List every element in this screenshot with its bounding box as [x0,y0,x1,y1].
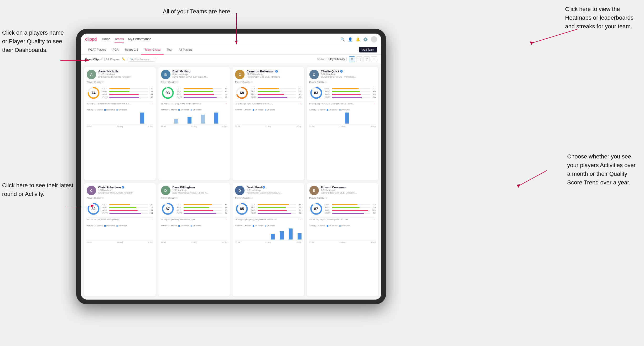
verified-badge: ✓ [340,70,343,73]
user-avatar[interactable] [371,36,377,42]
quality-ring[interactable]: 87 [161,202,175,216]
player-info: David Ford ✓ 1-5 Handicap Royal North De… [247,186,302,194]
latest-round[interactable]: 02 Sep 23 | Sunset round to get back int… [87,101,153,106]
player-name[interactable]: Charlie Quick ✓ [321,70,376,73]
subnav-team-clippd[interactable]: Team Clippd [141,45,164,55]
quality-section[interactable]: 93 OTT 84 APP 85 [161,86,227,100]
edit-icon[interactable]: ✏️ [122,57,125,61]
subnav-pgat[interactable]: PGAT Players [85,45,110,55]
add-team-button[interactable]: Add Team [359,47,377,52]
player-name[interactable]: Edward Crossman [321,186,376,189]
round-arrow[interactable]: → [373,218,376,221]
quality-section[interactable]: 85 OTT 89 APP 80 [235,202,302,216]
subnav-all-players[interactable]: All Players [176,45,196,55]
activity-chart [235,228,302,241]
quality-ring[interactable]: 93 [161,86,175,100]
quality-section[interactable]: 68 OTT 61 APP 63 [235,86,302,100]
latest-round[interactable]: 02 Jul 23 | 59 (+17), Craigmillar Park G… [235,101,302,106]
legend-off-course: Off course [191,225,201,227]
latest-round[interactable]: 26 Aug 23 | 84 (+12), Royal North Devon … [235,217,302,222]
latest-round[interactable]: 04 Sep 23 | Mobility with coach, Gym → [161,217,227,222]
quality-ring[interactable]: 87 [309,202,323,216]
player-card[interactable]: A Aaron Nicholls 11-15 Handicap Drift Go… [84,67,156,180]
stat-label-app: APP [251,206,257,209]
annotation-left-top: Click on a players name or Player Qualit… [2,28,64,54]
quality-ring[interactable]: 74 [87,86,100,100]
player-avatar: B [161,70,170,79]
player-count: | 14 Players [104,58,120,61]
stat-value-ott: 60 [149,87,153,90]
nav-teams[interactable]: Teams [115,36,124,42]
quality-ring[interactable]: 68 [235,86,249,100]
player-name[interactable]: Dave Billingham [173,186,227,189]
settings-icon[interactable]: ⚙️ [363,37,368,41]
player-name[interactable]: Chris Robertson ✓ [98,186,153,189]
quality-section[interactable]: 87 OTT 82 APP 74 [161,202,227,216]
stat-label-ott: OTT [251,203,257,206]
stat-label-app: APP [325,206,331,209]
latest-round[interactable]: 18 Jul 23 | 74 (+4), Sunningdale GC - Ol… [309,217,376,222]
stat-bar-fill-arg [258,94,284,95]
player-name[interactable]: Aaron Nicholls [98,70,153,73]
search-icon[interactable]: 🔍 [340,37,345,41]
filter-button[interactable]: ▽ [363,56,370,62]
quality-ring[interactable]: 82 [87,202,100,216]
player-card[interactable]: E Edward Crossman 1-5 Handicap Sunningda… [307,183,378,296]
quality-ring[interactable]: 83 [309,86,323,100]
stat-label-putt: PUTT [102,96,108,98]
off-course-dot [191,109,192,111]
player-card[interactable]: C Charlie Quick ✓ 6-10 Handicap St. Geor… [307,67,378,180]
player-name[interactable]: Cameron Robertson ✓ [247,70,302,73]
latest-round[interactable]: 07 Aug 23 | 77 (+7), St George's Hill GC… [309,101,376,106]
arrow-right-bottom [515,168,547,189]
subnav-pga[interactable]: PGA [110,45,122,55]
activity-section: Activity · 1 Month On course Off course [161,108,227,127]
player-header: C Cameron Robertson ✓ 11-15 Handicap Roy… [235,70,302,79]
subnav-tour[interactable]: Tour [164,45,175,55]
sort-button[interactable]: ↕ [371,56,377,62]
round-arrow[interactable]: → [150,102,153,105]
quality-section[interactable]: 82 OTT 60 APP 77 [87,202,153,216]
quality-section[interactable]: 83 OTT 77 APP 80 [309,86,376,100]
player-card[interactable]: B Blair McHarg Plus Handicap Royal North… [158,67,230,180]
round-arrow[interactable]: → [225,102,227,105]
stat-row-ott: OTT 77 [325,87,376,90]
player-card[interactable]: C Chris Robertson ✓ 1-5 Handicap Craigmi… [84,183,156,296]
quality-section[interactable]: 74 OTT 60 APP 58 [87,86,153,100]
nav-my-performance[interactable]: My Performance [128,36,151,42]
round-arrow[interactable]: → [150,218,153,221]
round-arrow[interactable]: → [299,102,302,105]
stat-bar-bg-arg [332,210,371,211]
stat-bar-fill-ott [109,204,130,205]
player-avatar: D [235,186,245,195]
round-arrow[interactable]: → [225,218,227,221]
grid-view-button[interactable]: ⊞ [349,56,355,62]
show-select[interactable]: Player Activity [327,57,347,61]
bell-icon[interactable]: 🔔 [356,37,360,41]
player-card[interactable]: D David Ford ✓ 1-5 Handicap Royal North … [232,183,304,296]
compact-view-button[interactable]: ⋮⋮ [356,56,362,62]
nav-home[interactable]: Home [102,36,110,42]
player-name[interactable]: Blair McHarg [173,70,227,73]
toolbar: Team Clippd | 14 Players ✏️ 🔍 Filter by … [81,55,381,64]
round-arrow[interactable]: → [373,102,376,105]
player-handicap: 11-15 Handicap [98,73,153,76]
latest-round[interactable]: 26 Aug 23 | 73 (+1), Royal North Devon G… [161,101,227,106]
profile-icon[interactable]: 👤 [348,37,352,41]
player-card[interactable]: C Cameron Robertson ✓ 11-15 Handicap Roy… [232,67,304,180]
annotation-left-bottom: Click here to see their latest round or … [2,181,73,198]
chart-bar [140,113,144,124]
on-course-label: On course [329,225,337,227]
latest-round[interactable]: 03 Mar 23 | 19, Must make putting → [87,217,153,222]
stat-label-putt: PUTT [177,96,183,98]
search-box[interactable]: 🔍 Filter by name [127,57,156,62]
on-course-dot [178,109,180,111]
round-arrow[interactable]: → [299,218,302,221]
quality-section[interactable]: 87 OTT 73 APP 79 [309,202,376,216]
round-text: 03 Mar 23 | 19, Must make putting [87,219,150,221]
quality-ring[interactable]: 85 [235,202,249,216]
player-card[interactable]: D Dave Billingham 1-5 Handicap Stag Magi… [158,183,230,296]
player-name[interactable]: David Ford ✓ [247,186,302,189]
player-info: Chris Robertson ✓ 1-5 Handicap Craigmill… [98,186,153,194]
subnav-hcaps[interactable]: Hcaps 1-5 [122,45,141,55]
